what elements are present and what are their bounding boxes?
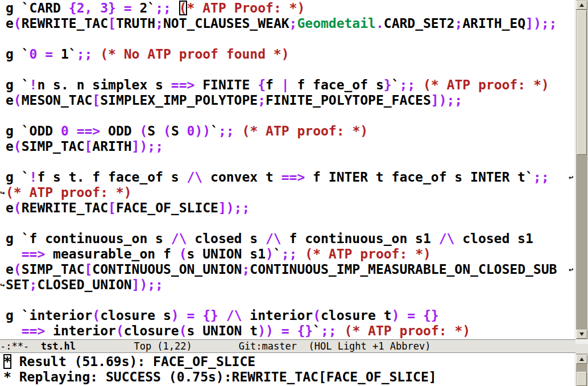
code-span: ( bbox=[14, 262, 22, 277]
code-span: s UNION t bbox=[187, 323, 258, 338]
code-span: )) bbox=[258, 323, 274, 338]
code-span bbox=[6, 323, 22, 338]
code-line: g `!n s. n simplex s ==> FINITE {f | f f… bbox=[6, 77, 574, 93]
code-span: f bbox=[266, 77, 281, 92]
code-span: s UNION s1 bbox=[187, 247, 266, 261]
code-span: ( bbox=[163, 124, 171, 138]
main-scrollbar[interactable] bbox=[576, 0, 587, 339]
code-span: Result (51.69s): FACE_OF_SLICE bbox=[11, 354, 255, 369]
code-span: ; bbox=[289, 16, 297, 31]
code-span bbox=[234, 124, 242, 138]
code-span: Geomdetail bbox=[297, 16, 375, 31]
code-line bbox=[6, 62, 574, 77]
code-line bbox=[6, 216, 574, 231]
code-span: = bbox=[187, 308, 195, 323]
code-span: f face_of s bbox=[289, 77, 384, 92]
code-span: (* ATP proof: *) bbox=[423, 77, 549, 92]
code-span: CONTINUOUS_ON_UNION bbox=[92, 262, 242, 277]
code-span: ( bbox=[14, 93, 22, 108]
code-span: { bbox=[258, 77, 266, 92]
code-span: ( bbox=[14, 139, 22, 154]
line-wrap-icon: ↩ bbox=[569, 170, 573, 185]
code-span: ; bbox=[258, 93, 266, 108]
output-buffer[interactable]: * Result (51.69s): FACE_OF_SLICE* Replay… bbox=[0, 353, 574, 386]
code-line: g `!f s t. f face_of s /\ convex t ==> f… bbox=[6, 170, 574, 185]
code-span: e bbox=[6, 16, 14, 31]
code-span: /\ bbox=[171, 231, 187, 246]
code-span: ( bbox=[179, 247, 187, 261]
code-span: e bbox=[6, 139, 14, 154]
arrow-up-icon bbox=[579, 358, 584, 361]
code-span: NOT_CLAUSES_WEAK bbox=[163, 16, 289, 31]
code-line: g `interior(closure s) = {} /\ interior(… bbox=[6, 308, 574, 323]
code-span: g `interior bbox=[6, 308, 92, 323]
code-span bbox=[179, 308, 187, 323]
scrollbar-thumb[interactable] bbox=[577, 10, 587, 155]
code-span bbox=[194, 308, 202, 323]
code-span: {2, 3} bbox=[69, 1, 116, 15]
code-span: g ` bbox=[6, 170, 30, 184]
code-span bbox=[415, 308, 423, 323]
code-span: ==> bbox=[281, 170, 305, 184]
code-span: 0 bbox=[61, 124, 69, 138]
code-span: interior bbox=[242, 308, 313, 323]
code-line: * Replaying: SUCCESS (0.75s):REWRITE_TAC… bbox=[3, 369, 574, 385]
scroll-up-button[interactable] bbox=[576, 1, 587, 10]
code-span: S bbox=[147, 124, 163, 138]
code-span: g ` bbox=[6, 77, 30, 92]
code-span: (* ATP proof: *) bbox=[6, 185, 132, 200]
code-span: ` bbox=[210, 124, 218, 138]
code-span: FINITE_POLYTOPE_FACES bbox=[266, 93, 431, 108]
code-line: e(SIMP_TAC[CONTINUOUS_ON_UNION;CONTINUOU… bbox=[6, 262, 574, 277]
code-span: } bbox=[384, 77, 392, 92]
output-scroll-up-button[interactable] bbox=[576, 355, 587, 364]
code-span: [ bbox=[85, 139, 93, 154]
code-span: ;; bbox=[533, 170, 549, 184]
code-span: interior bbox=[45, 323, 116, 338]
code-span: | bbox=[281, 77, 289, 92]
code-span: CLOSED_UNION bbox=[37, 277, 131, 292]
code-span: CONTINUOUS_IMP_MEASURABLE_ON_CLOSED_SUB bbox=[250, 262, 557, 277]
code-span bbox=[69, 124, 77, 138]
code-span: ARITH bbox=[92, 139, 131, 154]
code-span: SIMP_TAC bbox=[22, 139, 85, 154]
code-span: 0)) bbox=[187, 124, 211, 138]
code-span bbox=[171, 1, 179, 15]
code-span: f continuous_on s1 bbox=[281, 231, 439, 246]
code-span: closure t bbox=[321, 308, 392, 323]
code-span: 1` bbox=[53, 47, 77, 61]
code-span: SIMP_TAC bbox=[22, 262, 85, 277]
code-line bbox=[6, 154, 574, 170]
code-span: ;; bbox=[321, 323, 337, 338]
scroll-down-button[interactable] bbox=[576, 330, 587, 339]
code-line bbox=[6, 293, 574, 308]
code-span: ) bbox=[392, 308, 400, 323]
main-buffer[interactable]: g `CARD {2, 3} = 2`;; (* ATP Proof: *)e(… bbox=[0, 0, 574, 339]
code-line: g `CARD {2, 3} = 2`;; (* ATP Proof: *) bbox=[6, 1, 574, 16]
code-span: S bbox=[171, 124, 187, 138]
code-span: e bbox=[6, 93, 14, 108]
code-span: n s. n simplex s bbox=[37, 77, 171, 92]
code-span: ` bbox=[392, 77, 400, 92]
code-span bbox=[274, 323, 281, 338]
code-line: e(REWRITE_TAC[TRUTH;NOT_CLAUSES_WEAK;Geo… bbox=[6, 16, 574, 31]
code-span: {} bbox=[423, 308, 439, 323]
mode-line[interactable]: -:**- tst.hl Top (1,22) Git:master (HOL … bbox=[0, 339, 575, 353]
code-span: ;; bbox=[77, 47, 93, 61]
code-span: ( bbox=[313, 308, 321, 323]
code-span bbox=[218, 308, 226, 323]
code-span: = bbox=[281, 323, 289, 338]
output-scrollbar[interactable] bbox=[576, 354, 587, 386]
code-line: e(MESON_TAC[SIMPLEX_IMP_POLYTOPE;FINITE_… bbox=[6, 93, 574, 108]
code-span: ( bbox=[92, 308, 100, 323]
code-span: ==> bbox=[77, 124, 101, 138]
code-span bbox=[37, 47, 45, 61]
code-span: ` bbox=[313, 323, 321, 338]
code-span: ==> bbox=[171, 77, 195, 92]
code-span: * ATP Proof: *) bbox=[187, 1, 305, 15]
output-scrollbar-thumb[interactable] bbox=[577, 372, 587, 386]
modeline-flags: -:**- bbox=[0, 340, 41, 352]
code-line: * Result (51.69s): FACE_OF_SLICE bbox=[3, 354, 574, 369]
code-span: closure s bbox=[100, 308, 171, 323]
code-span: g `ODD bbox=[6, 124, 61, 138]
